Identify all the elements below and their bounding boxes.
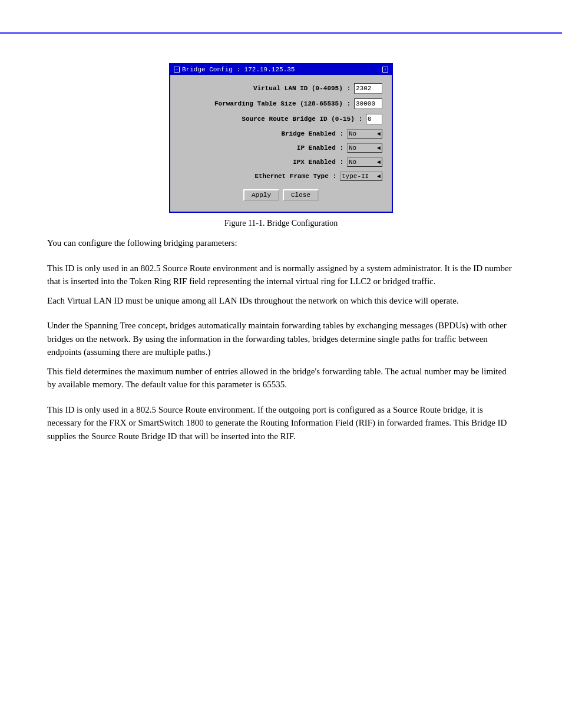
virtual-lan-input[interactable] xyxy=(354,83,382,94)
source-bridge-p1: This ID is only used in a 802.5 Source R… xyxy=(47,403,515,443)
ipx-enabled-label: IPX Enabled : xyxy=(293,159,343,166)
ethernet-frame-value: type-II xyxy=(342,173,375,180)
ipx-enabled-arrow: ◄ xyxy=(377,159,381,166)
ip-enabled-value: No xyxy=(349,144,375,151)
forwarding-table-row: Forwarding Table Size (128-65535) : xyxy=(180,98,382,109)
restore-icon[interactable]: ↑ xyxy=(382,67,388,73)
close-button[interactable]: Close xyxy=(283,189,319,201)
minimize-icon[interactable]: – xyxy=(174,67,180,73)
ethernet-frame-select[interactable]: type-II ◄ xyxy=(340,172,382,181)
ip-enabled-arrow: ◄ xyxy=(377,145,381,151)
source-route-label: Source Route Bridge ID (0-15) : xyxy=(242,116,362,123)
apply-button[interactable]: Apply xyxy=(243,189,279,201)
forwarding-p2: This field determines the maximum number… xyxy=(47,365,515,391)
source-route-input[interactable] xyxy=(366,114,382,124)
ipx-enabled-row: IPX Enabled : No ◄ xyxy=(180,157,382,167)
bridge-enabled-row: Bridge Enabled : No ◄ xyxy=(180,129,382,139)
source-route-row: Source Route Bridge ID (0-15) : xyxy=(180,114,382,124)
ipx-enabled-value: No xyxy=(349,159,375,166)
bridge-enabled-label: Bridge Enabled : xyxy=(281,130,343,137)
page-container: – Bridge Config : 172.19.125.35 ↑ Virtua… xyxy=(0,32,562,728)
title-left: – Bridge Config : 172.19.125.35 xyxy=(174,66,295,73)
virtual-lan-label: Virtual LAN ID (0-4095) : xyxy=(253,85,351,92)
bridge-enabled-select[interactable]: No ◄ xyxy=(347,129,382,139)
ip-enabled-label: IP Enabled : xyxy=(297,144,343,151)
ethernet-frame-label: Ethernet Frame Type : xyxy=(254,173,336,180)
virtual-lan-p1: Each Virtual LAN ID must be unique among… xyxy=(47,294,515,308)
figure-caption: Figure 11-1. Bridge Configuration xyxy=(224,219,338,228)
dialog-wrapper: – Bridge Config : 172.19.125.35 ↑ Virtua… xyxy=(47,63,515,228)
bridge-enabled-arrow: ◄ xyxy=(377,131,381,137)
ip-enabled-select[interactable]: No ◄ xyxy=(347,143,382,153)
ethernet-frame-row: Ethernet Frame Type : type-II ◄ xyxy=(180,172,382,181)
source-route-p1: This ID is only used in an 802.5 Source … xyxy=(47,262,515,288)
dialog-buttons: Apply Close xyxy=(180,189,382,201)
dialog-titlebar: – Bridge Config : 172.19.125.35 ↑ xyxy=(170,64,392,75)
ethernet-frame-arrow: ◄ xyxy=(377,173,381,180)
bridge-dialog: – Bridge Config : 172.19.125.35 ↑ Virtua… xyxy=(169,63,393,213)
forwarding-table-input[interactable] xyxy=(354,98,382,109)
body-text: You can configure the following bridging… xyxy=(47,236,515,443)
bridge-enabled-value: No xyxy=(349,130,375,137)
virtual-lan-row: Virtual LAN ID (0-4095) : xyxy=(180,83,382,94)
dialog-title: Bridge Config : 172.19.125.35 xyxy=(182,66,295,73)
intro-paragraph: You can configure the following bridging… xyxy=(47,236,515,250)
ipx-enabled-select[interactable]: No ◄ xyxy=(347,157,382,167)
dialog-body: Virtual LAN ID (0-4095) : Forwarding Tab… xyxy=(170,75,392,212)
forwarding-p1: Under the Spanning Tree concept, bridges… xyxy=(47,319,515,359)
ip-enabled-row: IP Enabled : No ◄ xyxy=(180,143,382,153)
content-area: – Bridge Config : 172.19.125.35 ↑ Virtua… xyxy=(0,34,562,466)
forwarding-table-label: Forwarding Table Size (128-65535) : xyxy=(214,100,351,107)
